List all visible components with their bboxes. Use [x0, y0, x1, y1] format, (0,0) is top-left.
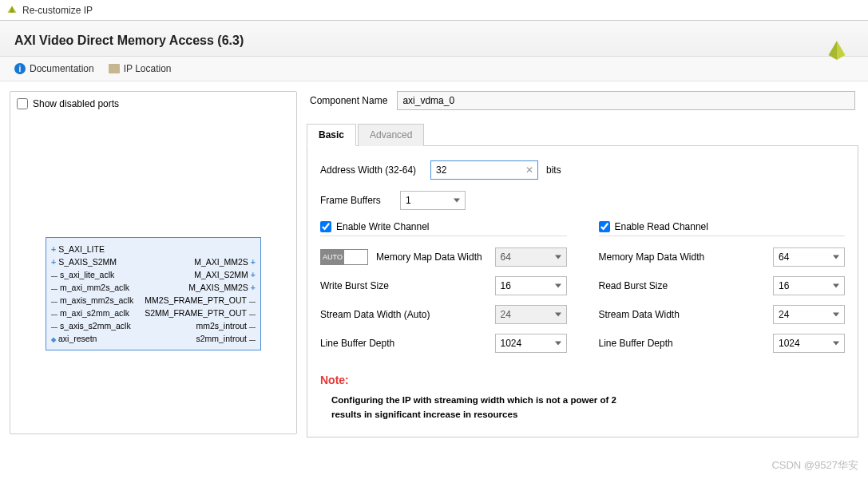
port-mm2s-introut: mm2s_introut	[196, 321, 256, 331]
frame-buffers-row: Frame Buffers 1	[320, 191, 845, 210]
documentation-label: Documentation	[30, 63, 94, 74]
title-bar: Re-customize IP	[0, 0, 868, 21]
tab-basic[interactable]: Basic	[307, 124, 356, 146]
ip-block-diagram[interactable]: S_AXI_LITE S_AXIS_S2MMM_AXI_MM2S s_axi_l…	[46, 237, 261, 350]
component-name-label: Component Name	[310, 95, 387, 106]
read-mem-map-label: Memory Map Data Width	[599, 251, 766, 263]
write-stream-select[interactable]: 24	[495, 305, 567, 324]
component-name-input[interactable]	[397, 91, 855, 110]
read-linebuf-select[interactable]: 1024	[773, 334, 845, 353]
frame-buffers-select[interactable]: 1	[400, 191, 466, 210]
port-s-axi-lite-aclk: s_axi_lite_aclk	[51, 270, 114, 279]
port-s-axis-s2mm: S_AXIS_S2MM	[51, 257, 117, 267]
port-m-axis-mm2s-aclk: m_axis_mm2s_aclk	[51, 295, 133, 305]
show-disabled-ports-label: Show disabled ports	[33, 98, 119, 109]
write-mem-map-select[interactable]: 64	[495, 247, 567, 267]
app-icon	[6, 5, 18, 16]
tab-content-basic: Address Width (32-64) ✕ bits Frame Buffe…	[307, 146, 858, 437]
note-text-1: Configuring the IP with streaming width …	[320, 393, 845, 407]
window-title: Re-customize IP	[22, 5, 93, 16]
show-disabled-ports-checkbox[interactable]	[17, 98, 28, 109]
address-width-row: Address Width (32-64) ✕ bits	[320, 160, 845, 180]
port-m-axi-s2mm-aclk: m_axi_s2mm_aclk	[51, 308, 129, 318]
write-burst-label: Write Burst Size	[320, 280, 487, 291]
read-stream-label: Stream Data Width	[599, 309, 766, 320]
vendor-logo-icon	[825, 38, 849, 62]
auto-toggle-label: AUTO	[321, 250, 344, 264]
enable-write-channel-checkbox[interactable]	[320, 221, 331, 232]
address-width-label: Address Width (32-64)	[320, 164, 422, 176]
port-m-axis-mm2s: M_AXIS_MM2S	[188, 283, 256, 292]
info-icon: i	[14, 63, 26, 74]
block-diagram-panel: Show disabled ports S_AXI_LITE S_AXIS_S2…	[10, 91, 297, 434]
main-content: Show disabled ports S_AXI_LITE S_AXIS_S2…	[0, 81, 868, 447]
channels: Enable Write Channel AUTO Memory Map Dat…	[320, 221, 845, 362]
frame-buffers-label: Frame Buffers	[320, 195, 392, 206]
component-name-row: Component Name	[307, 91, 858, 110]
port-s2mm-introut: s2mm_introut	[196, 334, 256, 343]
ip-location-label: IP Location	[124, 63, 172, 74]
tab-advanced[interactable]: Advanced	[358, 124, 424, 146]
port-axi-resetn: axi_resetn	[51, 334, 97, 343]
tabs: Basic Advanced	[307, 123, 858, 146]
port-mm2s-frame-ptr-out: MM2S_FRAME_PTR_OUT	[145, 295, 256, 305]
address-width-suffix: bits	[546, 164, 561, 176]
read-mem-map-select[interactable]: 64	[773, 247, 845, 267]
documentation-link[interactable]: i Documentation	[14, 63, 94, 74]
config-panel: Component Name Basic Advanced Address Wi…	[307, 91, 858, 437]
port-s-axi-lite: S_AXI_LITE	[51, 244, 105, 254]
port-s2mm-frame-ptr-out: S2MM_FRAME_PTR_OUT	[145, 308, 256, 318]
header-section: AXI Video Direct Memory Access (6.3)	[0, 21, 868, 57]
read-linebuf-label: Line Buffer Depth	[599, 338, 766, 349]
ip-location-link[interactable]: IP Location	[109, 63, 172, 74]
port-m-axi-mm2s-aclk: m_axi_mm2s_aclk	[51, 283, 129, 292]
write-linebuf-select[interactable]: 1024	[495, 334, 567, 353]
show-disabled-ports-row: Show disabled ports	[17, 98, 290, 109]
folder-icon	[109, 64, 120, 73]
note-title: Note:	[320, 374, 845, 386]
write-mem-map-label: Memory Map Data Width	[376, 251, 487, 263]
read-stream-select[interactable]: 24	[773, 305, 845, 324]
port-m-axi-s2mm: M_AXI_S2MM	[194, 270, 256, 279]
read-channel: Enable Read Channel Memory Map Data Widt…	[599, 221, 846, 362]
write-stream-label: Stream Data Width (Auto)	[320, 309, 487, 320]
write-channel: Enable Write Channel AUTO Memory Map Dat…	[320, 221, 567, 362]
enable-read-channel-checkbox[interactable]	[599, 221, 610, 232]
write-auto-toggle[interactable]: AUTO	[320, 249, 368, 265]
ip-title: AXI Video Direct Memory Access (6.3)	[14, 34, 854, 48]
note-text-2: results in significant increase in resou…	[320, 407, 845, 422]
port-s-axis-s2mm-aclk: s_axis_s2mm_aclk	[51, 321, 131, 331]
enable-write-channel-label: Enable Write Channel	[336, 221, 430, 232]
clear-icon[interactable]: ✕	[525, 164, 533, 176]
write-burst-select[interactable]: 16	[495, 276, 567, 295]
port-m-axi-mm2s: M_AXI_MM2S	[194, 257, 256, 267]
toolbar: i Documentation IP Location	[0, 57, 868, 81]
address-width-input[interactable]	[430, 160, 538, 180]
write-linebuf-label: Line Buffer Depth	[320, 338, 487, 349]
read-burst-select[interactable]: 16	[773, 276, 845, 295]
read-burst-label: Read Burst Size	[599, 280, 766, 291]
enable-read-channel-label: Enable Read Channel	[615, 221, 708, 232]
